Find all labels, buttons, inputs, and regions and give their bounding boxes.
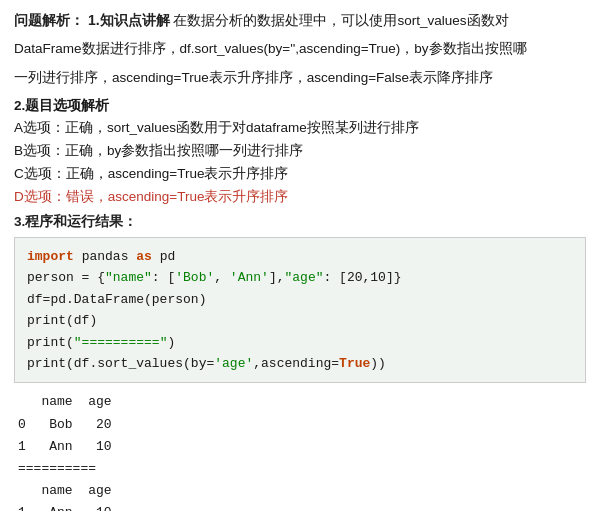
option-b: B选项：正确，by参数指出按照哪一列进行排序 bbox=[14, 140, 586, 163]
output-row1-1: 1 Ann 10 bbox=[18, 439, 112, 454]
output-header2: name age bbox=[18, 483, 112, 498]
output-separator: ========== bbox=[18, 461, 96, 476]
output-row1-0: 0 Bob 20 bbox=[18, 417, 112, 432]
page-title: 问题解析： bbox=[14, 12, 84, 28]
knowledge-text3: 一列进行排序，ascending=True表示升序排序，ascending=Fa… bbox=[14, 70, 493, 85]
knowledge-text1: 在数据分析的数据处理中，可以使用sort_values函数对 bbox=[173, 13, 508, 28]
output-row2-0: 1 Ann 10 bbox=[18, 505, 112, 511]
option-c: C选项：正确，ascending=True表示升序排序 bbox=[14, 163, 586, 186]
output-header1: name age bbox=[18, 394, 112, 409]
knowledge-label: 1.知识点讲解 bbox=[88, 12, 170, 28]
output-block: name age 0 Bob 20 1 Ann 10 ========== na… bbox=[18, 391, 586, 511]
option-a: A选项：正确，sort_values函数用于对dataframe按照某列进行排序 bbox=[14, 117, 586, 140]
program-title: 3.程序和运行结果： bbox=[14, 213, 586, 231]
options-label: 2.题目选项解析 bbox=[14, 95, 586, 117]
option-d: D选项：错误，ascending=True表示升序排序 bbox=[14, 186, 586, 209]
knowledge-text2: DataFrame数据进行排序，df.sort_values(by='',asc… bbox=[14, 41, 527, 56]
code-block: import pandas as pd person = {"name": ['… bbox=[14, 237, 586, 384]
